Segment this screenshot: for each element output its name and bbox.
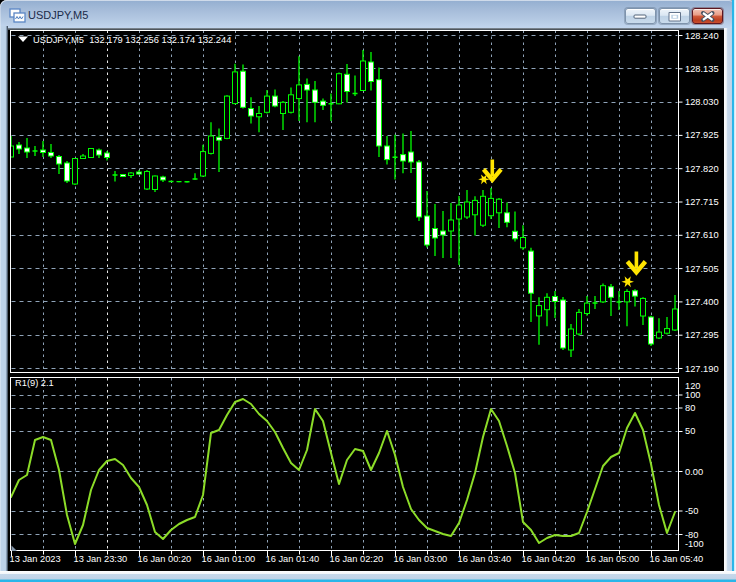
svg-text:16 Jan 05:40: 16 Jan 05:40 (650, 554, 704, 564)
svg-text:128.240: 128.240 (685, 31, 719, 41)
svg-text:127.715: 127.715 (685, 197, 719, 207)
svg-text:100: 100 (685, 390, 701, 400)
svg-text:16 Jan 04:20: 16 Jan 04:20 (522, 554, 576, 564)
svg-text:0.00: 0.00 (685, 467, 703, 477)
svg-text:16 Jan 03:40: 16 Jan 03:40 (458, 554, 512, 564)
svg-text:127.295: 127.295 (685, 330, 719, 340)
svg-text:16 Jan 03:00: 16 Jan 03:00 (394, 554, 448, 564)
svg-text:-50: -50 (685, 506, 698, 516)
svg-text:127.610: 127.610 (685, 230, 719, 240)
svg-text:128.135: 128.135 (685, 64, 719, 74)
svg-text:16 Jan 01:40: 16 Jan 01:40 (266, 554, 320, 564)
svg-text:128.030: 128.030 (685, 97, 719, 107)
svg-text:16 Jan 05:00: 16 Jan 05:00 (586, 554, 640, 564)
svg-text:13 Jan 23:30: 13 Jan 23:30 (74, 554, 128, 564)
svg-text:127.820: 127.820 (685, 164, 719, 174)
svg-text:127.400: 127.400 (685, 297, 719, 307)
svg-text:127.505: 127.505 (685, 264, 719, 274)
svg-text:127.925: 127.925 (685, 130, 719, 140)
svg-text:-100: -100 (685, 539, 704, 549)
svg-text:16 Jan 02:20: 16 Jan 02:20 (330, 554, 384, 564)
svg-text:80: 80 (685, 403, 695, 413)
svg-text:R1(9) 2.1: R1(9) 2.1 (15, 378, 54, 388)
svg-text:127.190: 127.190 (685, 364, 719, 374)
svg-text:13 Jan 2023: 13 Jan 2023 (10, 554, 61, 564)
svg-text:50: 50 (685, 426, 695, 436)
svg-text:16 Jan 00:20: 16 Jan 00:20 (138, 554, 192, 564)
svg-text:USDJPY,M5 132.179 132.256 132: USDJPY,M5 132.179 132.256 132.174 132.24… (33, 35, 231, 45)
svg-text:16 Jan 01:00: 16 Jan 01:00 (202, 554, 256, 564)
